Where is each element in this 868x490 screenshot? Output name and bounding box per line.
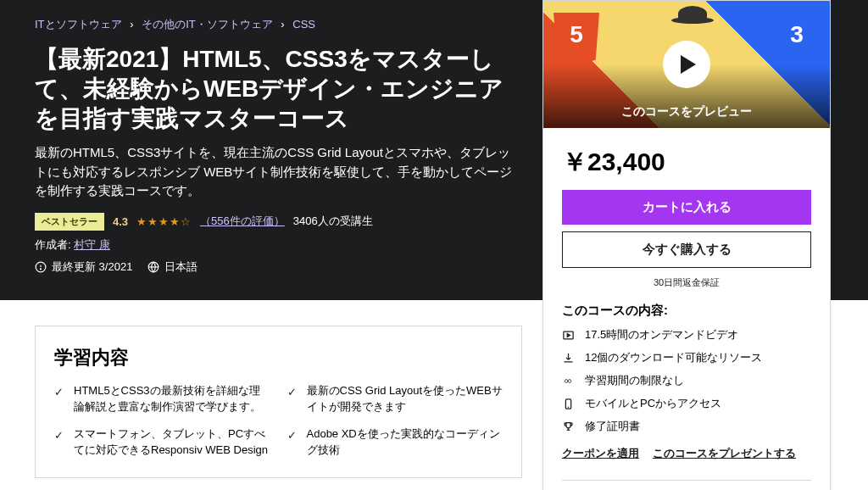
breadcrumb-link-2[interactable]: その他のIT・ソフトウェア xyxy=(142,18,273,31)
check-icon: ✓ xyxy=(54,384,64,415)
check-icon: ✓ xyxy=(54,427,64,459)
learn-heading: 学習内容 xyxy=(54,345,503,370)
bestseller-badge: ベストセラー xyxy=(35,213,104,231)
check-icon: ✓ xyxy=(287,427,297,459)
includes-heading: このコースの内容: xyxy=(562,303,811,319)
learn-item: ✓ スマートフォン、タブレット、PCすべてに対応できるResponsiv WEB… xyxy=(54,426,270,459)
students-count: 3406人の受講生 xyxy=(293,214,373,229)
money-back-guarantee: 30日間返金保証 xyxy=(562,276,811,289)
add-to-cart-button[interactable]: カートに入れる xyxy=(562,190,811,225)
preview-area[interactable]: このコースをプレビュー xyxy=(543,1,830,128)
svg-point-2 xyxy=(40,268,41,269)
last-updated: 最終更新 3/2021 xyxy=(35,259,132,275)
learn-item: ✓ 最新のCSS Grid Layoutを使ったWEBサイトが開発できます xyxy=(287,382,504,415)
language: 日本語 xyxy=(147,259,198,275)
star-icons: ★★★★☆ xyxy=(136,215,192,228)
reviews-link[interactable]: （556件の評価） xyxy=(200,214,285,229)
author-line: 作成者: 村守 康 xyxy=(35,237,522,253)
alert-icon xyxy=(35,261,47,273)
breadcrumb-sep: › xyxy=(130,18,133,31)
breadcrumb: ITとソフトウェア › その他のIT・ソフトウェア › CSS xyxy=(35,17,522,32)
price: ￥23,400 xyxy=(562,145,811,180)
learn-item: ✓ HTML5とCSS3の最新技術を詳細な理論解説と豊富な制作演習で学びます。 xyxy=(54,382,270,415)
breadcrumb-link-1[interactable]: ITとソフトウェア xyxy=(35,18,122,31)
preview-caption: このコースをプレビュー xyxy=(543,104,830,120)
check-icon: ✓ xyxy=(287,384,297,415)
play-icon xyxy=(681,55,696,74)
author-link[interactable]: 村守 康 xyxy=(74,238,110,251)
course-subtitle: 最新のHTML5、CSS3サイトを、現在主流のCSS Grid Layoutとス… xyxy=(35,143,522,201)
learn-item: ✓ Adobe XDを使った実践的なコーディング技術 xyxy=(287,426,504,459)
rating-value: 4.3 xyxy=(113,215,128,228)
breadcrumb-link-3[interactable]: CSS xyxy=(292,18,315,31)
course-title: 【最新2021】HTML5、CSS3をマスターして、未経験からWEBデザイン・エ… xyxy=(35,44,522,133)
globe-icon xyxy=(147,261,159,273)
play-button[interactable] xyxy=(663,41,710,88)
learn-box: 学習内容 ✓ HTML5とCSS3の最新技術を詳細な理論解説と豊富な制作演習で学… xyxy=(35,326,522,478)
buy-now-button[interactable]: 今すぐ購入する xyxy=(562,231,811,268)
breadcrumb-sep: › xyxy=(281,18,284,31)
